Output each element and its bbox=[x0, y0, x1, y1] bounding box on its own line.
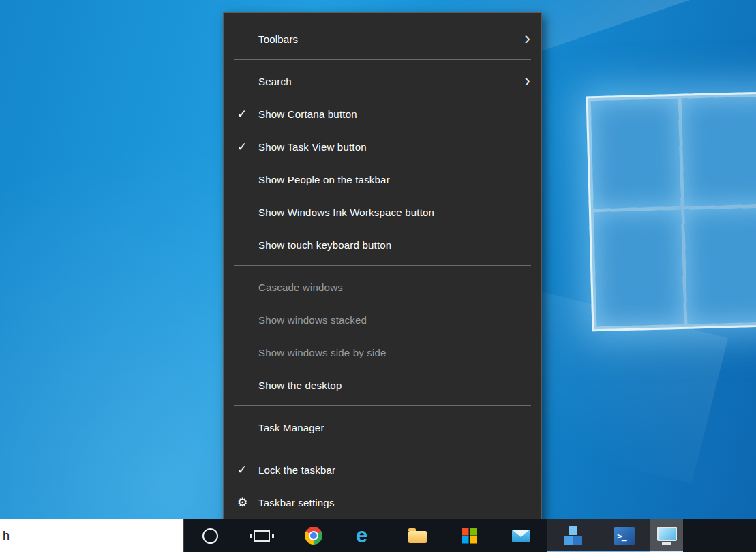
checkmark-icon: ✓ bbox=[237, 463, 258, 477]
menu-item-label: Show windows stacked bbox=[258, 314, 367, 326]
gear-icon: ⚙ bbox=[237, 495, 258, 510]
menu-item-label: Task Manager bbox=[258, 422, 324, 433]
virtual-machine-icon bbox=[657, 527, 677, 541]
menu-separator bbox=[234, 448, 531, 448]
taskbar-button-powershell[interactable]: >_ bbox=[599, 519, 650, 552]
menu-item-show-windows-side-by-side: Show windows side by side bbox=[224, 336, 541, 369]
stacked-cubes-icon bbox=[564, 536, 573, 545]
mail-icon bbox=[512, 530, 530, 542]
menu-item-label: Show the desktop bbox=[258, 380, 342, 391]
menu-item-label: Cascade windows bbox=[258, 281, 343, 293]
windows-logo-pane bbox=[591, 99, 681, 209]
menu-item-label: Show People on the taskbar bbox=[258, 174, 390, 185]
chevron-right-icon: › bbox=[524, 29, 541, 47]
taskbar-button-file-explorer[interactable] bbox=[391, 519, 443, 552]
taskbar-button-edge[interactable]: e bbox=[339, 519, 391, 552]
menu-separator bbox=[234, 405, 531, 406]
menu-item-taskbar-settings[interactable]: ⚙Taskbar settings bbox=[224, 486, 541, 519]
menu-item-show-windows-stacked: Show windows stacked bbox=[224, 303, 541, 336]
menu-item-label: Show windows side by side bbox=[258, 347, 387, 358]
taskbar-button-cortana[interactable] bbox=[184, 519, 236, 552]
menu-item-task-manager[interactable]: Task Manager bbox=[224, 411, 541, 444]
file-explorer-icon bbox=[408, 531, 427, 543]
taskbar-icons: e>_ bbox=[184, 519, 683, 552]
taskbar-button-mail[interactable] bbox=[495, 519, 547, 552]
menu-item-label: Show Cortana button bbox=[258, 108, 357, 120]
menu-item-label: Show Task View button bbox=[258, 141, 367, 153]
menu-item-lock-the-taskbar[interactable]: ✓Lock the taskbar bbox=[224, 453, 541, 486]
menu-item-toolbars[interactable]: Toolbars› bbox=[224, 22, 541, 55]
menu-item-show-the-desktop[interactable]: Show the desktop bbox=[224, 369, 541, 401]
windows-logo-wallpaper bbox=[586, 89, 756, 332]
cortana-icon bbox=[202, 528, 218, 544]
menu-item-search[interactable]: Search› bbox=[224, 65, 541, 97]
menu-separator bbox=[234, 59, 531, 60]
edge-letter: e bbox=[356, 525, 375, 546]
checkmark-icon: ✓ bbox=[237, 107, 258, 121]
task-view-icon bbox=[254, 530, 270, 542]
checkmark-icon: ✓ bbox=[237, 140, 258, 154]
taskbar-button-virtual-machine[interactable] bbox=[650, 519, 683, 552]
windows-logo-pane bbox=[684, 205, 756, 324]
menu-item-show-people-on-the-taskbar[interactable]: Show People on the taskbar bbox=[224, 163, 541, 196]
chrome-icon bbox=[305, 527, 322, 545]
powershell-prompt: >_ bbox=[614, 531, 626, 541]
menu-separator bbox=[234, 265, 531, 266]
menu-item-show-touch-keyboard-button[interactable]: Show touch keyboard button bbox=[224, 228, 541, 261]
menu-item-label: Show Windows Ink Workspace button bbox=[258, 206, 434, 218]
menu-item-show-cortana-button[interactable]: ✓Show Cortana button bbox=[224, 97, 541, 130]
chevron-right-icon: › bbox=[524, 72, 541, 89]
taskbar-button-stacked-cubes[interactable] bbox=[547, 519, 599, 552]
taskbar-button-chrome[interactable] bbox=[288, 519, 339, 552]
powershell-icon: >_ bbox=[614, 527, 635, 545]
taskbar-button-task-view[interactable] bbox=[236, 519, 288, 552]
windows-logo-pane bbox=[682, 94, 756, 206]
menu-item-label: Taskbar settings bbox=[258, 497, 335, 508]
menu-item-label: Show touch keyboard button bbox=[258, 239, 391, 251]
menu-item-label: Search bbox=[258, 76, 292, 87]
taskbar-button-microsoft-store[interactable] bbox=[443, 519, 495, 552]
edge-icon: e bbox=[356, 525, 375, 546]
taskbar-search-input[interactable]: h bbox=[0, 519, 184, 552]
microsoft-store-icon bbox=[462, 528, 477, 544]
windows-logo-pane bbox=[594, 210, 684, 326]
taskbar: h e>_ bbox=[0, 519, 756, 552]
menu-item-label: Lock the taskbar bbox=[258, 464, 335, 476]
menu-item-show-windows-ink-workspace-button[interactable]: Show Windows Ink Workspace button bbox=[224, 196, 541, 228]
taskbar-context-menu: Toolbars›Search›✓Show Cortana button✓Sho… bbox=[223, 12, 542, 523]
menu-item-label: Toolbars bbox=[258, 33, 298, 45]
search-input-text: h bbox=[0, 529, 10, 543]
menu-item-cascade-windows: Cascade windows bbox=[224, 271, 541, 303]
menu-item-show-task-view-button[interactable]: ✓Show Task View button bbox=[224, 130, 541, 163]
